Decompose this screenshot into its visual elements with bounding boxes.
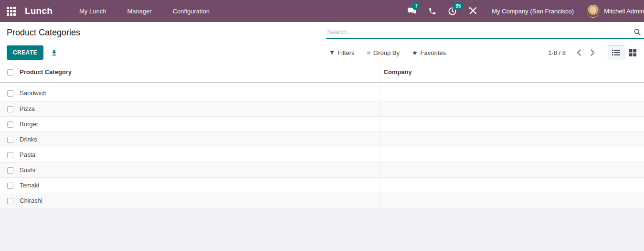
company-cell[interactable] <box>380 177 644 193</box>
category-cell[interactable]: Chirashi <box>20 193 380 208</box>
table-row[interactable]: Drinks <box>0 131 644 147</box>
favorites-button[interactable]: ★ Favorites <box>412 49 446 56</box>
page-title: Product Categories <box>7 28 80 38</box>
category-cell[interactable]: Pasta <box>20 147 380 162</box>
chevron-left-icon <box>576 49 581 56</box>
company-cell[interactable] <box>380 147 644 162</box>
row-checkbox[interactable] <box>7 167 13 174</box>
table-row[interactable]: Sushi <box>0 162 644 177</box>
developer-tools-button[interactable] <box>463 0 483 22</box>
user-avatar <box>587 5 600 18</box>
company-switcher[interactable]: My Company (San Francisco) <box>483 8 583 15</box>
download-icon <box>51 49 58 56</box>
row-checkbox[interactable] <box>7 90 13 97</box>
category-cell[interactable]: Temaki <box>20 177 380 193</box>
select-all-checkbox[interactable] <box>7 69 13 76</box>
control-panel-buttons: CREATE Filters ≡ Group By ★ Favorites 1-… <box>0 43 644 62</box>
company-cell[interactable] <box>380 193 644 208</box>
kanban-view-icon <box>629 49 636 56</box>
category-cell[interactable]: Burger <box>20 116 380 131</box>
row-checkbox[interactable] <box>7 137 13 143</box>
search-options: Filters ≡ Group By ★ Favorites <box>329 49 446 56</box>
search-input[interactable] <box>327 28 633 35</box>
category-table-body: Sandwich Pizza Burger Drinks Pasta Sushi… <box>0 82 644 208</box>
apps-grid-icon[interactable] <box>7 7 16 16</box>
table-row[interactable]: Chirashi <box>0 193 644 208</box>
table-row[interactable]: Pasta <box>0 147 644 162</box>
table-row[interactable]: Pizza <box>0 101 644 116</box>
table-row[interactable]: Burger <box>0 116 644 131</box>
menu-manager[interactable]: Manager <box>116 0 162 22</box>
pager-and-views: 1-8 / 8 <box>548 45 641 60</box>
column-header-company[interactable]: Company <box>380 62 644 82</box>
search-bar <box>326 26 644 39</box>
activities-button[interactable]: 35 <box>442 0 463 22</box>
table-row[interactable]: Sandwich <box>0 86 644 101</box>
group-by-button[interactable]: ≡ Group By <box>367 49 400 56</box>
filter-funnel-icon <box>329 50 335 55</box>
company-cell[interactable] <box>380 131 644 147</box>
company-cell[interactable] <box>380 101 644 116</box>
app-title[interactable]: Lunch <box>25 6 53 16</box>
export-button[interactable] <box>51 49 58 56</box>
pager-next-button[interactable] <box>587 47 598 58</box>
product-categories-table: Product Category Company Sandwich Pizza … <box>0 62 644 208</box>
view-switcher <box>608 45 641 60</box>
pager-previous-button[interactable] <box>573 47 584 58</box>
activities-count-badge: 35 <box>453 2 464 10</box>
chevron-right-icon <box>590 49 595 56</box>
row-checkbox[interactable] <box>7 198 13 204</box>
top-navbar: Lunch My Lunch Manager Configuration 7 <box>0 0 644 22</box>
table-row[interactable]: Temaki <box>0 177 644 193</box>
filters-button[interactable]: Filters <box>329 49 354 56</box>
company-cell[interactable] <box>380 86 644 101</box>
systray: 7 35 My Company (San Francisco) Mitc <box>401 0 644 22</box>
list-view-icon <box>612 49 620 56</box>
pager-nav <box>573 47 598 58</box>
row-checkbox[interactable] <box>7 106 13 112</box>
content-background <box>0 208 644 250</box>
favorites-star-icon: ★ <box>412 49 418 56</box>
row-checkbox[interactable] <box>7 183 13 189</box>
group-by-icon: ≡ <box>367 49 370 56</box>
tools-wrench-icon <box>468 7 477 15</box>
header-spacer <box>0 82 644 86</box>
company-cell[interactable] <box>380 116 644 131</box>
category-cell[interactable]: Pizza <box>20 101 380 116</box>
category-cell[interactable]: Drinks <box>20 131 380 147</box>
category-cell[interactable]: Sushi <box>20 162 380 177</box>
table-header-row: Product Category Company <box>0 62 644 82</box>
control-panel-top: Product Categories <box>0 22 644 43</box>
list-view-button[interactable] <box>608 45 624 60</box>
company-cell[interactable] <box>380 162 644 177</box>
menu-configuration[interactable]: Configuration <box>162 0 220 22</box>
kanban-view-button[interactable] <box>624 45 641 60</box>
row-checkbox[interactable] <box>7 152 13 158</box>
category-cell[interactable]: Sandwich <box>20 86 380 101</box>
create-button[interactable]: CREATE <box>7 45 43 60</box>
phone-icon <box>428 7 436 15</box>
messages-button[interactable]: 7 <box>401 0 422 22</box>
pager-range: 1-8 / 8 <box>548 49 566 56</box>
user-menu[interactable]: Mitchell Admin <box>583 0 644 22</box>
search-icon[interactable] <box>633 28 641 36</box>
column-header-product-category[interactable]: Product Category <box>20 62 380 82</box>
user-name: Mitchell Admin <box>604 8 644 15</box>
row-checkbox[interactable] <box>7 121 13 128</box>
messages-count-badge: 7 <box>412 2 421 10</box>
voip-button[interactable] <box>422 0 442 22</box>
menu-my-lunch[interactable]: My Lunch <box>69 0 116 22</box>
app-menu: My Lunch Manager Configuration <box>69 0 220 22</box>
